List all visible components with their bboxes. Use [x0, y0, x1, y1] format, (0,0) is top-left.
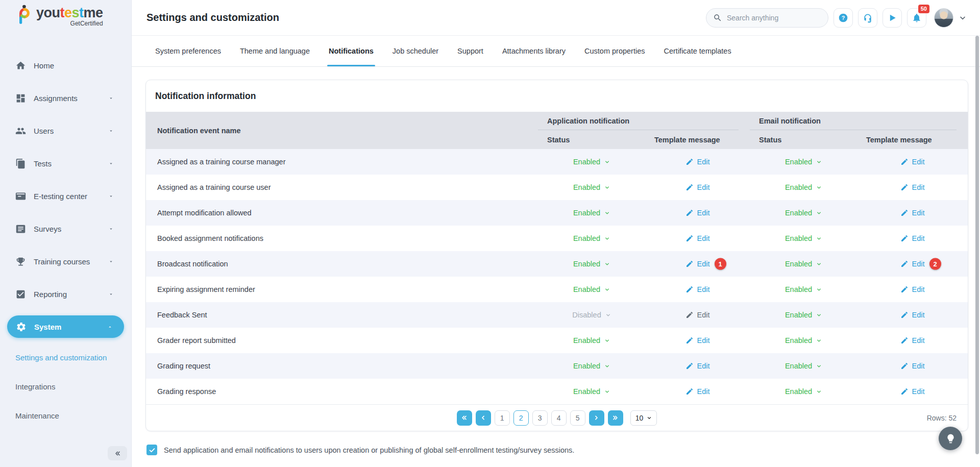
training-courses-icon [15, 256, 26, 267]
page-button-2[interactable]: 2 [513, 410, 529, 426]
email-template-edit-link[interactable]: Edit [900, 234, 925, 242]
email-status-dropdown[interactable]: Enabled [750, 285, 857, 293]
chevron-down-filled-icon [108, 161, 114, 166]
app-template-edit-link-cell: Edit [645, 209, 750, 217]
sidebar-item-assignments[interactable]: Assignments [0, 82, 131, 114]
email-template-edit-link[interactable]: Edit [900, 183, 925, 191]
email-status-dropdown[interactable]: Enabled [750, 311, 857, 319]
sidebar-item-training-courses[interactable]: Training courses [0, 245, 131, 278]
edit-label: Edit [912, 234, 925, 242]
sidebar-subitem-integrations[interactable]: Integrations [0, 372, 131, 401]
app-status-dropdown[interactable]: Enabled [538, 209, 645, 217]
app-status-dropdown[interactable]: Enabled [538, 260, 645, 268]
sidebar-item-e-testing-center[interactable]: E-testing center [0, 180, 131, 212]
sidebar-item-system[interactable]: System [7, 315, 124, 338]
email-template-edit-link[interactable]: Edit [900, 158, 925, 166]
notification-event-name: Assigned as a training course manager [146, 158, 538, 166]
notifications-button[interactable]: 50 [907, 8, 926, 28]
sidebar-item-tests[interactable]: Tests [0, 147, 131, 180]
app-status-dropdown[interactable]: Enabled [538, 362, 645, 370]
app-template-edit-link[interactable]: Edit [685, 362, 710, 370]
app-template-edit-link[interactable]: Edit [685, 336, 710, 345]
page-size-value: 10 [635, 414, 644, 422]
self-enrollment-notifications-checkbox[interactable] [146, 445, 157, 455]
pencil-icon [900, 362, 909, 370]
page-button-4[interactable]: 4 [551, 410, 567, 426]
app-status-dropdown[interactable]: Enabled [538, 336, 645, 345]
app-status-dropdown[interactable]: Enabled [538, 387, 645, 396]
page-size-select[interactable]: 10 [630, 410, 657, 426]
search-input[interactable] [727, 14, 821, 22]
app-status-dropdown[interactable]: Enabled [538, 183, 645, 191]
email-status-dropdown[interactable]: Enabled [750, 209, 857, 217]
email-template-edit-link[interactable]: Edit [900, 209, 925, 217]
hints-fab-button[interactable] [939, 427, 962, 450]
tab-support[interactable]: Support [457, 36, 483, 66]
app-template-edit-link[interactable]: Edit [685, 387, 710, 396]
tab-custom-properties[interactable]: Custom properties [584, 36, 645, 66]
sidebar-item-surveys[interactable]: Surveys [0, 212, 131, 245]
user-avatar[interactable] [934, 8, 953, 28]
email-status-dropdown[interactable]: Enabled [750, 158, 857, 166]
app-status-dropdown[interactable]: Enabled [538, 285, 645, 293]
sidebar-nav: HomeAssignmentsUsersTestsE-testing cente… [0, 49, 131, 338]
tab-certificate-templates[interactable]: Certificate templates [664, 36, 731, 66]
tab-system-preferences[interactable]: System preferences [155, 36, 221, 66]
page-button-1[interactable]: 1 [495, 410, 510, 426]
previous-page-button[interactable] [476, 410, 491, 426]
email-status-dropdown[interactable]: Enabled [750, 234, 857, 242]
app-status-dropdown[interactable]: Disabled [538, 311, 645, 319]
email-template-edit-link[interactable]: Edit [900, 285, 925, 293]
pencil-icon [900, 387, 909, 396]
support-button[interactable] [858, 8, 877, 28]
email-template-edit-link[interactable]: Edit [900, 311, 925, 319]
app-template-edit-link[interactable]: Edit [685, 311, 710, 319]
tab-notifications[interactable]: Notifications [329, 36, 374, 66]
sidebar-subitem-maintenance[interactable]: Maintenance [0, 401, 131, 430]
page-button-3[interactable]: 3 [532, 410, 548, 426]
tab-theme-and-language[interactable]: Theme and language [240, 36, 310, 66]
app-template-edit-link[interactable]: Edit [685, 234, 710, 242]
sidebar-collapse-button[interactable] [108, 446, 127, 460]
email-template-edit-link[interactable]: Edit [900, 387, 925, 396]
help-button[interactable]: ? [834, 8, 853, 28]
chevrons-left-icon [114, 450, 121, 457]
email-template-edit-link[interactable]: Edit [900, 260, 925, 268]
chevron-down-icon [816, 389, 822, 395]
first-page-button[interactable] [457, 410, 472, 426]
app-template-edit-link[interactable]: Edit [685, 285, 710, 293]
page-button-5[interactable]: 5 [570, 410, 585, 426]
tab-attachments-library[interactable]: Attachments library [502, 36, 566, 66]
tab-job-scheduler[interactable]: Job scheduler [393, 36, 438, 66]
app-status-dropdown[interactable]: Enabled [538, 158, 645, 166]
app-template-edit-link[interactable]: Edit [685, 183, 710, 191]
app-template-edit-link[interactable]: Edit [685, 260, 710, 268]
email-status-dropdown[interactable]: Enabled [750, 260, 857, 268]
edit-label: Edit [697, 336, 710, 345]
email-template-edit-link[interactable]: Edit [900, 336, 925, 345]
sidebar-subitem-settings-and-customization[interactable]: Settings and customization [0, 343, 131, 372]
sidebar-item-home[interactable]: Home [0, 49, 131, 82]
email-status-dropdown[interactable]: Enabled [750, 336, 857, 345]
vertical-scrollbar[interactable] [975, 36, 979, 454]
tutorials-button[interactable] [883, 8, 902, 28]
main-content: Notification information Notification ev… [132, 67, 980, 467]
next-page-button[interactable] [589, 410, 604, 426]
sidebar-item-reporting[interactable]: Reporting [0, 278, 131, 310]
app-template-edit-link[interactable]: Edit [685, 158, 710, 166]
email-status-dropdown[interactable]: Enabled [750, 362, 857, 370]
status-value: Enabled [785, 362, 812, 370]
notification-event-name: Grading request [146, 362, 538, 370]
app-status-dropdown[interactable]: Enabled [538, 234, 645, 242]
chevron-down-icon [605, 312, 611, 318]
sidebar-item-users[interactable]: Users [0, 114, 131, 147]
email-status-dropdown[interactable]: Enabled [750, 387, 857, 396]
chevron-down-icon [604, 159, 610, 165]
app-template-edit-link[interactable]: Edit [685, 209, 710, 217]
last-page-button[interactable] [608, 410, 623, 426]
email-status-dropdown[interactable]: Enabled [750, 183, 857, 191]
email-template-edit-link[interactable]: Edit [900, 362, 925, 370]
pencil-icon [685, 209, 694, 217]
status-value: Enabled [573, 387, 600, 396]
chevron-down-icon[interactable] [959, 14, 967, 22]
